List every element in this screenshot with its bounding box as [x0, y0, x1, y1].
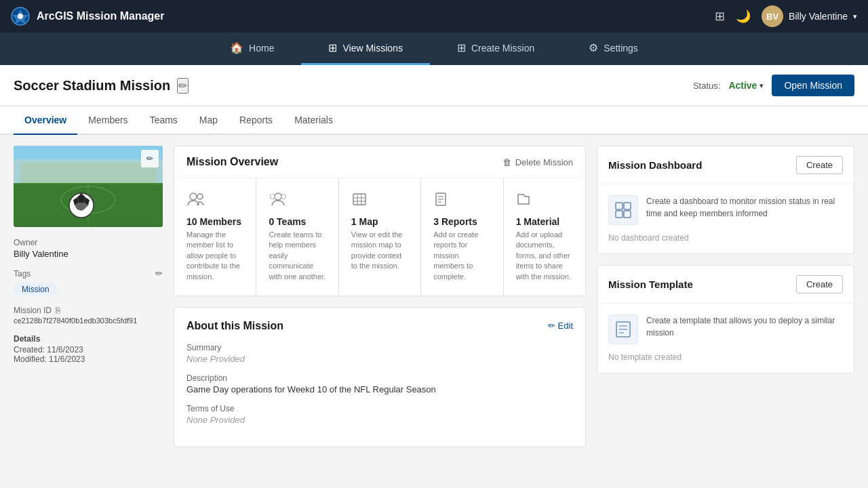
summary-label: Summary [186, 343, 573, 352]
terms-label: Terms of Use [186, 404, 573, 413]
mission-image [14, 146, 163, 227]
tab-teams[interactable]: Teams [139, 106, 189, 135]
svg-point-11 [197, 194, 203, 199]
nav-create-mission-label: Create Mission [471, 43, 534, 54]
stat-map[interactable]: 1 Map View or edit the mission map to pr… [339, 178, 421, 296]
nav-items: 🏠 Home ⊞ View Missions ⊞ Create Mission … [203, 33, 665, 65]
edit-tags-button[interactable]: ✏ [155, 268, 163, 279]
about-summary: Summary None Provided [186, 343, 573, 364]
mission-overview-card: Mission Overview 🗑 Delete Mission [174, 146, 586, 296]
copy-id-button[interactable]: ⎘ [56, 306, 60, 315]
svg-point-10 [190, 193, 197, 200]
stat-teams[interactable]: 0 Teams Create teams to help members eas… [256, 178, 338, 296]
stat-teams-desc: Create teams to help members easily comm… [269, 230, 326, 282]
status-chevron-icon: ▾ [760, 81, 764, 90]
tab-map[interactable]: Map [189, 106, 229, 135]
mission-image-svg [14, 146, 163, 227]
avatar: BV [762, 5, 783, 27]
dashboard-title: Mission Dashboard [608, 159, 702, 171]
nav-bar: 🏠 Home ⊞ View Missions ⊞ Create Mission … [0, 33, 868, 65]
svg-point-1 [18, 14, 23, 19]
modified-date: Modified: 11/6/2023 [14, 354, 163, 364]
terms-value: None Provided [186, 415, 573, 425]
delete-mission-button[interactable]: 🗑 Delete Mission [502, 157, 573, 167]
nav-view-missions[interactable]: ⊞ View Missions [301, 33, 429, 65]
user-menu[interactable]: BV Billy Valentine ▾ [762, 5, 857, 27]
mission-id-header: Mission ID ⎘ [14, 306, 163, 315]
template-card-body: Create a template that allows you to dep… [597, 304, 854, 373]
stat-reports[interactable]: 3 Reports Add or create reports for miss… [421, 178, 503, 296]
dashboard-desc: Create a dashboard to monitor mission st… [646, 195, 843, 220]
edit-mission-title-button[interactable]: ✏ [177, 78, 189, 94]
owner-section: Owner Billy Valentine [14, 238, 163, 259]
dashboard-content: Create a dashboard to monitor mission st… [608, 195, 843, 225]
arcgis-logo [11, 7, 30, 26]
about-terms: Terms of Use None Provided [186, 404, 573, 425]
stat-material[interactable]: 1 Material Add or upload documents, form… [504, 178, 585, 296]
tab-reports[interactable]: Reports [229, 106, 283, 135]
nav-settings[interactable]: ⚙ Settings [561, 33, 665, 65]
dark-mode-icon[interactable]: 🌙 [736, 9, 751, 24]
template-content: Create a template that allows you to dep… [608, 314, 843, 344]
grid-icon[interactable]: ⊞ [715, 9, 725, 24]
status-badge: Active [728, 80, 757, 91]
template-card-header: Mission Template Create [597, 266, 854, 304]
nav-home-label: Home [249, 43, 274, 54]
material-icon [516, 192, 573, 211]
stat-reports-title: 3 Reports [433, 216, 490, 227]
stat-teams-title: 0 Teams [269, 216, 326, 227]
template-title: Mission Template [608, 279, 693, 290]
teams-icon [269, 192, 326, 211]
svg-rect-25 [624, 203, 631, 209]
status-dropdown[interactable]: Active ▾ [728, 80, 764, 91]
create-dashboard-button[interactable]: Create [796, 156, 843, 174]
owner-value: Billy Valentine [14, 249, 163, 259]
app-name: ArcGIS Mission Manager [37, 10, 165, 22]
about-header: About this Mission ✏ Edit [186, 320, 573, 332]
stat-material-title: 1 Material [516, 216, 573, 227]
svg-rect-24 [616, 203, 623, 209]
members-icon [186, 192, 243, 211]
create-mission-icon: ⊞ [457, 41, 466, 54]
overview-card-title: Mission Overview [186, 156, 278, 168]
description-label: Description [186, 373, 573, 383]
brand-bar: ArcGIS Mission Manager ⊞ 🌙 BV Billy Vale… [0, 0, 868, 33]
dashboard-card-header: Mission Dashboard Create [597, 146, 854, 184]
no-template-text: No template created [608, 352, 843, 362]
nav-home[interactable]: 🏠 Home [203, 33, 301, 65]
stat-members-title: 10 Members [186, 216, 243, 227]
overview-card-header: Mission Overview 🗑 Delete Mission [174, 146, 585, 178]
edit-about-button[interactable]: ✏ Edit [548, 321, 573, 331]
template-desc: Create a template that allows you to dep… [646, 314, 843, 339]
tab-materials[interactable]: Materials [283, 106, 344, 135]
page-title: Soccer Stadium Mission [14, 78, 170, 94]
brand-left: ArcGIS Mission Manager [11, 7, 165, 26]
stat-members[interactable]: 10 Members Manage the member list to all… [174, 178, 256, 296]
nav-create-mission[interactable]: ⊞ Create Mission [430, 33, 561, 65]
stats-bar: 10 Members Manage the member list to all… [174, 178, 585, 296]
chevron-down-icon: ▾ [853, 12, 857, 21]
tab-overview[interactable]: Overview [14, 106, 77, 135]
open-mission-button[interactable]: Open Mission [772, 75, 854, 96]
header-right: Status: Active ▾ Open Mission [693, 75, 854, 96]
left-panel: ✏ Owner Billy Valentine Tags ✏ Mission M… [14, 146, 163, 479]
mission-id-section: Mission ID ⎘ ce2128b7f27840f0b1edb303bc5… [14, 306, 163, 325]
stat-members-desc: Manage the member list to allow people t… [186, 230, 243, 282]
tags-label: Tags [14, 269, 31, 279]
center-panel: Mission Overview 🗑 Delete Mission [174, 146, 586, 479]
edit-image-button[interactable]: ✏ [141, 150, 159, 167]
svg-rect-27 [624, 211, 631, 218]
mission-id-value: ce2128b7f27840f0b1edb303bc5fdf91 [14, 317, 163, 325]
owner-label: Owner [14, 238, 163, 247]
settings-icon: ⚙ [589, 41, 598, 54]
status-label: Status: [693, 81, 720, 91]
svg-point-12 [275, 193, 281, 200]
brand-right: ⊞ 🌙 BV Billy Valentine ▾ [715, 5, 857, 27]
stat-material-desc: Add or upload documents, forms, and othe… [516, 230, 573, 282]
edit-about-icon: ✏ [548, 321, 555, 331]
stat-reports-desc: Add or create reports for mission member… [433, 230, 490, 282]
nav-settings-label: Settings [604, 43, 638, 54]
summary-value: None Provided [186, 354, 573, 364]
tab-members[interactable]: Members [77, 106, 138, 135]
create-template-button[interactable]: Create [796, 275, 843, 293]
